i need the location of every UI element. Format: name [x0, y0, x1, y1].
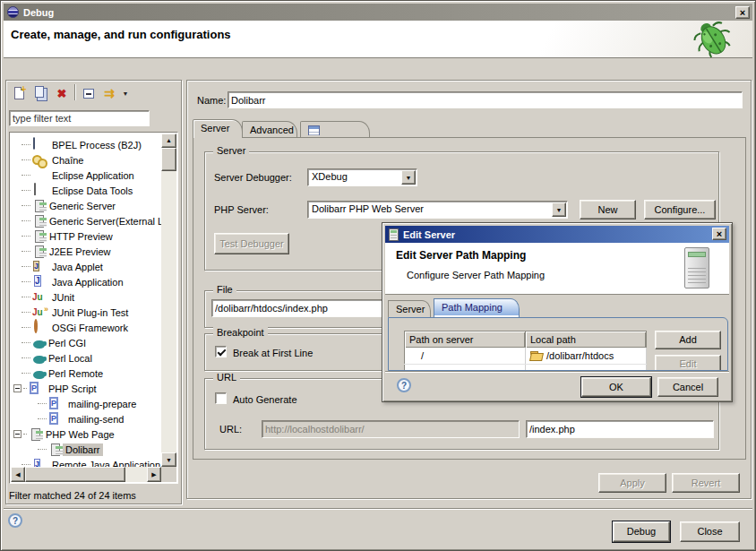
tree-item[interactable]: JuJUnit Plug-in Test	[11, 305, 161, 320]
edit-server-dialog: Edit Server × Edit Server Path Mapping C…	[382, 222, 733, 402]
tree-item[interactable]: Chaîne	[11, 152, 161, 168]
tree-item[interactable]: Generic Server(External La	[11, 213, 161, 228]
tree-item-selected[interactable]: Dolibarr	[11, 442, 161, 457]
duplicate-configuration-button[interactable]	[31, 84, 49, 102]
tree-item[interactable]: OSGi Framework	[11, 320, 161, 335]
ok-button[interactable]: OK	[581, 377, 651, 397]
tree-item[interactable]: Generic Server	[11, 198, 161, 213]
table-row[interactable]: / /dolibarr/htdocs	[405, 348, 647, 365]
toolbar-menu-button[interactable]: ▼	[120, 84, 131, 102]
dialog-button-bar: ? OK Cancel	[385, 371, 729, 400]
scroll-down-button[interactable]: ▼	[161, 452, 176, 467]
tree-item[interactable]: PPHP Script	[11, 381, 161, 396]
tree-item[interactable]: Perl Remote	[11, 366, 161, 381]
server-icon	[389, 228, 399, 241]
eclipse-logo-icon	[7, 6, 19, 18]
name-input[interactable]	[228, 91, 743, 108]
test-debugger-button[interactable]: Test Debugger	[214, 233, 289, 254]
osgi-icon	[34, 319, 38, 333]
url-base-input	[262, 420, 520, 438]
dialog-title-bar[interactable]: Edit Server	[385, 226, 729, 243]
remote-java-icon: J	[34, 459, 40, 468]
server-debugger-select[interactable]: XDebug ▼	[307, 168, 417, 186]
new-configuration-button[interactable]: +	[10, 84, 28, 102]
tree-item[interactable]: Perl CGI	[11, 335, 161, 350]
dialog-heading: Edit Server Path Mapping	[396, 249, 526, 262]
tree-item[interactable]: BPEL Process (B2J)	[11, 137, 161, 152]
auto-generate-checkbox[interactable]	[215, 392, 227, 404]
collapse-toggle[interactable]	[13, 384, 21, 392]
horizontal-scrollbar[interactable]: ◀ ▶	[11, 467, 161, 482]
server-group-title: Server	[213, 145, 249, 156]
collapse-toggle[interactable]	[13, 430, 21, 438]
tree-item[interactable]: Pmailing-send	[11, 411, 161, 426]
php-server-select[interactable]: Dolibarr PHP Web Server ▼	[307, 201, 568, 219]
chevron-down-icon[interactable]: ▼	[401, 170, 416, 185]
tree-item[interactable]: HTTP Preview	[11, 228, 161, 244]
tree-item[interactable]: Eclipse Data Tools	[11, 183, 161, 198]
tree-item[interactable]: PHP Web Page	[11, 426, 161, 442]
add-mapping-button[interactable]: Add	[655, 331, 721, 349]
scroll-left-button[interactable]: ◀	[11, 467, 25, 482]
perl-icon	[33, 340, 45, 349]
table-icon	[308, 125, 320, 135]
scroll-right-button[interactable]: ▶	[147, 467, 161, 482]
new-server-button[interactable]: New	[580, 200, 636, 220]
dialog-tab-path-mapping[interactable]: Path Mapping	[434, 298, 520, 317]
configure-server-button[interactable]: Configure...	[644, 200, 716, 220]
bug-image	[683, 19, 743, 60]
tree-item[interactable]: Eclipse Application	[11, 168, 161, 183]
scrollbar-corner	[161, 467, 176, 482]
vertical-scroll-thumb[interactable]	[161, 148, 176, 171]
bpel-process-icon	[33, 137, 35, 150]
column-local-path[interactable]: Local path	[526, 331, 647, 348]
help-icon[interactable]: ?	[8, 513, 22, 528]
close-button[interactable]: Close	[680, 521, 740, 542]
break-first-line-checkbox[interactable]	[215, 346, 227, 357]
tree-item[interactable]: JJava Applet	[11, 259, 161, 274]
chain-icon	[32, 153, 47, 168]
chevron-down-icon[interactable]: ▼	[552, 202, 566, 217]
revert-button[interactable]: Revert	[672, 473, 740, 493]
edit-mapping-button[interactable]: Edit	[655, 355, 721, 371]
collapse-all-button[interactable]	[80, 84, 98, 102]
php-icon: P	[30, 382, 39, 394]
vertical-scrollbar[interactable]: ▲ ▼	[161, 133, 176, 467]
apply-button[interactable]: Apply	[598, 473, 666, 493]
tree-item[interactable]: Pmailing-prepare	[11, 396, 161, 411]
new-configuration-icon: +	[14, 87, 24, 99]
column-path-on-server[interactable]: Path on server	[405, 331, 526, 348]
filter-button[interactable]: ⇉	[100, 84, 118, 102]
filter-input[interactable]	[9, 110, 150, 126]
tab-advanced[interactable]: Advanced	[242, 121, 297, 138]
filter-icon: ⇉	[104, 89, 115, 98]
tree-item[interactable]: JuJUnit	[11, 289, 161, 305]
dialog-header: Edit Server Path Mapping Configure Serve…	[385, 243, 729, 295]
window-title: Debug	[23, 7, 54, 18]
path-mapping-table[interactable]: Path on server Local path / /dolibarr/ht…	[404, 331, 647, 371]
dialog-help-icon[interactable]: ?	[397, 378, 411, 392]
dialog-tab-server[interactable]: Server	[388, 300, 431, 317]
server-icon	[31, 428, 40, 441]
toolbar-separator	[74, 84, 76, 100]
cancel-button[interactable]: Cancel	[657, 377, 718, 397]
tree-item[interactable]: Perl Local	[11, 350, 161, 366]
url-path-input[interactable]	[526, 420, 714, 438]
window-close-button[interactable]: ×	[735, 6, 750, 19]
name-label: Name:	[197, 95, 226, 106]
tree-item[interactable]: JJava Application	[11, 274, 161, 289]
window-title-bar[interactable]: Debug	[4, 4, 752, 21]
scroll-up-button[interactable]: ▲	[161, 133, 176, 148]
junit-plugin-icon: Ju	[32, 306, 47, 320]
breakpoint-group-title: Breakpoint	[213, 327, 268, 338]
folder-icon	[530, 351, 543, 360]
delete-icon: ✖	[57, 87, 67, 100]
tree-item[interactable]: J2EE Preview	[11, 244, 161, 259]
tab-server[interactable]: Server	[193, 119, 243, 138]
dialog-close-button[interactable]: ×	[712, 228, 726, 240]
debug-button[interactable]: Debug	[613, 521, 670, 542]
tab-common[interactable]: Common	[300, 121, 370, 138]
horizontal-scroll-thumb[interactable]	[25, 467, 125, 482]
tree-item[interactable]: JRemote Java Application	[11, 457, 161, 467]
delete-configuration-button[interactable]: ✖	[53, 84, 71, 102]
